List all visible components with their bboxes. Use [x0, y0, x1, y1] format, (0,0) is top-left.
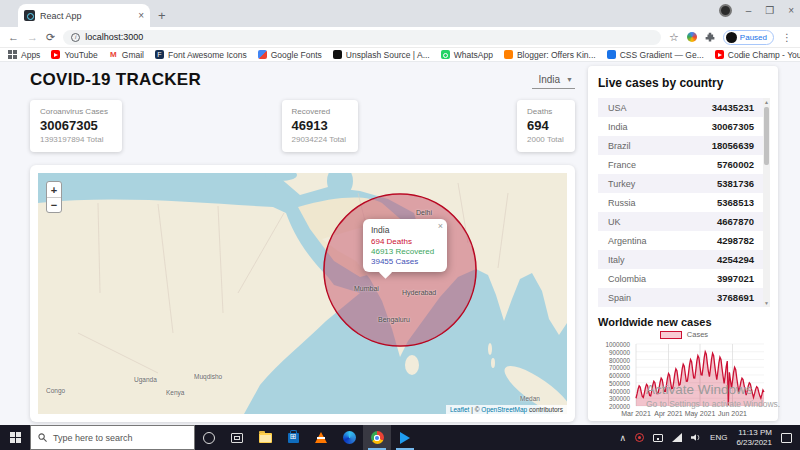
profile-button[interactable]: Paused: [723, 30, 774, 45]
osm-link[interactable]: OpenStreetMap: [481, 406, 527, 413]
extension-icon[interactable]: [687, 32, 697, 42]
infobox-cases[interactable]: Coroanvirus Cases 30067305 1393197894 To…: [30, 100, 122, 152]
new-tab-button[interactable]: +: [158, 8, 166, 23]
window-minimize-button[interactable]: –: [746, 6, 752, 16]
css-gradient-icon: [607, 50, 616, 59]
scrollbar-thumb[interactable]: [764, 107, 769, 165]
taskbar-search[interactable]: Type here to search: [30, 425, 195, 450]
omnibox[interactable]: i localhost:3000: [63, 30, 661, 45]
font-awesome-icon: F: [155, 50, 164, 59]
map-zoom-in-button[interactable]: +: [47, 182, 61, 197]
screen-recorder-bubble-icon[interactable]: [719, 4, 732, 17]
table-scrollbar[interactable]: ▲ ▼: [763, 98, 770, 307]
infobox-deaths[interactable]: Deaths 694 2000 Total: [517, 100, 575, 152]
bookmark-youtube[interactable]: YouTube: [51, 50, 97, 60]
tray-record-icon[interactable]: [635, 433, 644, 442]
vlc-icon: [315, 432, 327, 443]
taskbar-edge[interactable]: [335, 425, 363, 450]
live-cases-title: Live cases by country: [598, 76, 770, 90]
tab-title: React App: [40, 11, 133, 21]
bookmark-css-gradient[interactable]: CSS Gradient — Ge...: [607, 50, 704, 60]
taskbar-vlc[interactable]: [307, 425, 335, 450]
bookmark-blogger[interactable]: Blogger: Offers Kin...: [504, 50, 596, 60]
map-zoom-out-button[interactable]: −: [47, 197, 61, 212]
back-button[interactable]: ←: [8, 31, 19, 43]
scroll-down-icon[interactable]: ▼: [763, 300, 770, 306]
site-info-icon[interactable]: i: [71, 33, 80, 42]
popup-deaths: 694 Deaths: [371, 237, 439, 246]
y-axis-tick: 300000: [598, 395, 630, 402]
x-axis-tick: May 2021: [685, 410, 716, 417]
bookmark-google-fonts[interactable]: Google Fonts: [258, 50, 322, 60]
browser-tab[interactable]: React App ×: [18, 4, 150, 27]
google-fonts-icon: [258, 50, 267, 59]
tray-network-icon[interactable]: [672, 433, 682, 442]
screen: React App × + – ❐ × ← → ⟳ i localhost:30…: [0, 0, 800, 450]
search-icon: [38, 433, 47, 442]
bookmark-font-awesome[interactable]: FFont Awesome Icons: [155, 50, 247, 60]
blogger-icon: [504, 50, 513, 59]
map-label-bengaluru: Bengaluru: [378, 316, 410, 323]
infobox-recovered[interactable]: Recovered 46913 29034224 Total: [282, 100, 358, 152]
bookmark-codie-champ[interactable]: Codie Champ - You...: [715, 50, 800, 60]
browser-tab-strip: React App × + – ❐ ×: [0, 0, 800, 27]
infobox-value: 694: [527, 118, 565, 133]
taskbar-microsoft-store[interactable]: [279, 425, 307, 450]
tray-volume-icon[interactable]: [691, 433, 701, 442]
legend-label: Cases: [687, 330, 708, 339]
taskbar-cortana[interactable]: [195, 425, 223, 450]
map-label-kenya: Kenya: [166, 389, 184, 396]
page-title: COVID-19 TRACKER: [30, 70, 201, 90]
bookmark-star-icon[interactable]: ☆: [669, 31, 679, 44]
map-label-congo: Congo: [46, 387, 65, 394]
y-axis-tick: 600000: [598, 372, 630, 379]
tab-close-icon[interactable]: ×: [138, 10, 144, 21]
table-row: France5760002: [598, 155, 770, 174]
table-row: Russia5368513: [598, 193, 770, 212]
bookmark-unsplash[interactable]: Unsplash Source | A...: [333, 50, 430, 60]
extensions-puzzle-icon[interactable]: [705, 32, 715, 42]
unsplash-icon: [333, 50, 342, 59]
map-label-delhi: Delhi: [416, 209, 432, 216]
reload-button[interactable]: ⟳: [46, 31, 55, 44]
window-maximize-button[interactable]: ❐: [765, 6, 774, 16]
chevron-down-icon: ▼: [566, 76, 573, 83]
browser-menu-button[interactable]: ⋮: [782, 32, 792, 43]
tray-show-hidden-icons[interactable]: ∧: [619, 433, 626, 443]
leaflet-map[interactable]: + − Delhi Mumbai Hyderabad Bengaluru Uga…: [38, 173, 567, 414]
file-explorer-icon: [259, 433, 272, 443]
taskbar-chrome[interactable]: [363, 425, 391, 450]
forward-button[interactable]: →: [27, 31, 38, 43]
x-axis-tick: Jun 2021: [718, 410, 747, 417]
live-cases-panel: Live cases by country USA34435231 India3…: [588, 66, 778, 421]
taskbar-task-view[interactable]: [223, 425, 251, 450]
infobox-total: 1393197894 Total: [40, 135, 112, 144]
popup-country: India: [371, 225, 439, 235]
y-axis-tick: 1000000: [598, 341, 630, 348]
start-button[interactable]: [0, 425, 30, 450]
y-axis-tick: 700000: [598, 364, 630, 371]
taskbar-file-explorer[interactable]: [251, 425, 279, 450]
youtube-icon: [715, 50, 724, 59]
popup-close-icon[interactable]: ×: [438, 221, 443, 231]
edge-icon: [343, 431, 356, 444]
leaflet-link[interactable]: Leaflet: [450, 406, 470, 413]
action-center-icon[interactable]: [781, 433, 792, 443]
country-select[interactable]: India ▼: [532, 72, 575, 89]
tray-display-icon[interactable]: [653, 434, 663, 442]
map-label-hyderabad: Hyderabad: [402, 289, 436, 296]
whatsapp-icon: [441, 50, 450, 59]
tray-clock[interactable]: 11:13 PM 6/23/2021: [736, 428, 772, 448]
window-close-button[interactable]: ×: [788, 6, 794, 16]
map-popup: × India 694 Deaths 46913 Recovered 39455…: [363, 219, 447, 272]
infobox-value: 46913: [292, 118, 348, 133]
bookmark-whatsapp[interactable]: WhatsApp: [441, 50, 493, 60]
bookmark-gmail[interactable]: MGmail: [109, 50, 144, 60]
chart-legend[interactable]: Cases: [598, 330, 770, 339]
youtube-icon: [51, 50, 60, 59]
countries-table[interactable]: USA34435231 India30067305 Brazil18056639…: [598, 98, 770, 307]
scroll-up-icon[interactable]: ▲: [763, 99, 770, 105]
bookmark-apps[interactable]: Apps: [8, 50, 40, 60]
taskbar-vscode[interactable]: [391, 425, 419, 450]
tray-language[interactable]: ENG: [710, 433, 727, 442]
